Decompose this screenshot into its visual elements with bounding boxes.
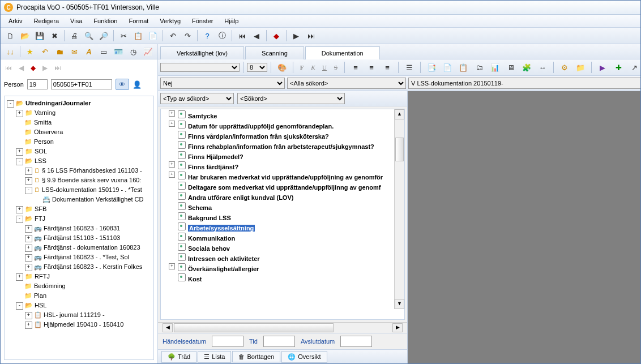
expand-icon[interactable]: + <box>25 254 32 262</box>
paste-icon[interactable]: 📄 <box>146 29 160 42</box>
menu-redigera[interactable]: Redigera <box>28 16 65 26</box>
chart-icon[interactable]: 📈 <box>141 45 155 58</box>
expand-icon[interactable]: + <box>16 148 23 156</box>
kw-type-select[interactable]: <Typ av sökord> <box>160 93 234 104</box>
next-icon[interactable]: ▶ <box>289 29 303 42</box>
nav-diamond-icon[interactable]: ◆ <box>29 64 37 72</box>
expand-icon[interactable]: - <box>16 216 23 223</box>
card-icon[interactable]: ▭ <box>97 45 110 58</box>
save-icon[interactable]: 💾 <box>33 29 46 42</box>
preview-icon[interactable]: 🔍 <box>82 29 96 42</box>
menu-arkiv[interactable]: Arkiv <box>3 16 28 26</box>
open-icon[interactable]: 📂 <box>18 29 32 42</box>
color-icon[interactable]: 🎨 <box>275 61 289 74</box>
font-select[interactable] <box>160 63 240 72</box>
t10-icon[interactable]: 📁 <box>574 61 587 74</box>
tab-2[interactable]: Dokumentation <box>305 46 380 59</box>
help-icon[interactable]: ? <box>200 29 214 42</box>
expand-icon[interactable]: + <box>16 110 23 117</box>
keyword-item[interactable]: +Har brukaren medverkat vid upprättande/… <box>161 172 404 182</box>
view-person-button[interactable]: 👁 <box>116 79 129 90</box>
tree-item[interactable]: -📂LSS+🗒§ 16 LSS Förhandsbesked 161103 -+… <box>16 156 152 204</box>
info-icon[interactable]: ⓘ <box>215 29 229 42</box>
keyword-item[interactable]: +Överkänslighet/allergier <box>161 263 404 273</box>
expand-icon[interactable]: - <box>7 100 14 108</box>
keyword-item[interactable]: +Finns färdtjänst? <box>161 161 404 172</box>
tree-item[interactable]: +🚌Färdtjänst 160823 - . *Test, Sol <box>25 252 152 262</box>
tree-item[interactable]: -🗒LSS-dokumentation 150119 - . *Test📇Dok… <box>25 185 152 204</box>
redo-icon[interactable]: ↷ <box>181 29 194 42</box>
print-icon[interactable]: 🖨 <box>67 29 81 42</box>
keyword-item[interactable]: Arbete/sysselsättning <box>161 222 404 233</box>
delete-icon[interactable]: ✖ <box>48 29 61 42</box>
event-date-input[interactable] <box>212 336 243 347</box>
id-icon[interactable]: 🪪 <box>112 45 125 58</box>
menu-verktyg[interactable]: Verktyg <box>154 16 186 26</box>
view-tab-träd[interactable]: 🌳Träd <box>161 351 196 363</box>
diamond-icon[interactable]: ◆ <box>270 29 283 42</box>
expand-icon[interactable]: + <box>25 245 32 252</box>
expand-icon[interactable]: - <box>16 158 23 165</box>
expand-icon[interactable]: + <box>169 172 175 178</box>
strike-icon[interactable]: S <box>331 64 341 71</box>
new-icon[interactable]: 🗋 <box>3 29 17 42</box>
tree-item[interactable]: 📁Person <box>16 137 152 147</box>
t4-icon[interactable]: 🗂 <box>472 61 486 74</box>
underline-icon[interactable]: U <box>319 64 330 71</box>
menu-visa[interactable]: Visa <box>65 16 88 26</box>
t8-icon[interactable]: ↔ <box>536 61 549 74</box>
person-id-input[interactable] <box>51 79 112 89</box>
kw-select[interactable]: <Sökord> <box>237 93 345 104</box>
tree-item[interactable]: 📁Observera <box>16 127 152 137</box>
undo2-icon[interactable]: ↶ <box>38 45 52 58</box>
italic-icon[interactable]: K <box>308 64 318 71</box>
expand-icon[interactable]: + <box>16 273 23 281</box>
tree-item[interactable]: 📇Dokumentation Verkställighet CD <box>34 195 152 204</box>
nav-next-icon[interactable]: ▶ <box>41 64 49 72</box>
tree-item[interactable]: -📂HSL+📋HSL- journal 111219 -+📋Hjälpmedel… <box>16 301 152 329</box>
tree-item[interactable]: +📋Hjälpmedel 150410 - 150410 <box>25 320 152 329</box>
menu-funktion[interactable]: Funktion <box>88 16 123 26</box>
keyword-item[interactable]: Finns vårdplan/information från sjuksköt… <box>161 131 404 141</box>
keyword-item[interactable]: Kommunikation <box>161 233 404 243</box>
tree-item[interactable]: +🗒§ 9.9 Boende särsk serv vuxna 160: <box>25 175 152 185</box>
expand-icon[interactable]: + <box>25 168 32 175</box>
tree-item[interactable]: +🚌Färdtjänst 160823 - 160831 <box>25 224 152 233</box>
nav-prev-icon[interactable]: ◀ <box>18 64 25 72</box>
tree-item[interactable]: 📁Plan <box>16 291 152 301</box>
expand-icon[interactable]: + <box>169 263 175 269</box>
tree-item[interactable]: +📁Varning <box>16 108 152 118</box>
end-date-input[interactable] <box>340 336 372 347</box>
expand-icon[interactable]: + <box>25 322 32 329</box>
align-center-icon[interactable]: ≡ <box>365 61 378 74</box>
menu-format[interactable]: Format <box>123 16 155 26</box>
keyword-item[interactable]: Intressen och aktiviteter <box>161 253 404 263</box>
keyword-item[interactable]: Sociala behov <box>161 243 404 253</box>
star-icon[interactable]: ★ <box>23 45 37 58</box>
last-icon[interactable]: ⏭ <box>304 29 318 42</box>
folder2-icon[interactable]: 🖿 <box>53 45 66 58</box>
menu-hjälp[interactable]: Hjälp <box>219 16 244 26</box>
bold-icon[interactable]: F <box>297 64 307 71</box>
view-tab-lista[interactable]: ☰Lista <box>198 351 231 363</box>
expand-icon[interactable]: + <box>25 312 32 319</box>
view-tab-borttagen[interactable]: 🗑Borttagen <box>232 351 280 362</box>
expand-icon[interactable]: + <box>25 235 32 242</box>
tab-0[interactable]: Verkställighet (lov) <box>160 46 244 59</box>
expand-icon[interactable]: + <box>25 177 32 185</box>
expand-icon[interactable]: + <box>16 206 23 213</box>
filter2-select[interactable]: <Alla sökord> <box>287 78 406 89</box>
keyword-item[interactable]: Finns rehabplan/information från arbetst… <box>161 141 404 151</box>
align-left-icon[interactable]: ≡ <box>349 61 362 74</box>
keyword-item[interactable]: Kost <box>161 273 404 284</box>
keyword-tree[interactable]: +Samtycke+Datum för upprättad/uppföljd g… <box>160 109 405 320</box>
t9-icon[interactable]: ⚙ <box>558 61 571 74</box>
tree-item[interactable]: 📁Bedömning <box>16 281 152 291</box>
keyword-item[interactable]: Bakgrund LSS <box>161 212 404 222</box>
tree-item[interactable]: +🚌Färdtjänst - dokumentation 160823 <box>25 243 152 252</box>
view-tab-översikt[interactable]: 🌐Översikt <box>281 351 327 363</box>
nav-last-icon[interactable]: ⏭ <box>53 64 62 72</box>
copy-icon[interactable]: 📋 <box>131 29 145 42</box>
filter1-select[interactable]: Nej <box>160 78 285 89</box>
t7-icon[interactable]: 🧩 <box>520 61 533 74</box>
